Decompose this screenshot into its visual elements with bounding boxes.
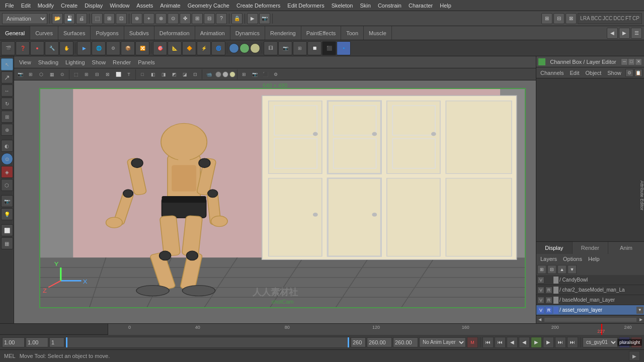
tab-animation[interactable]: Animation [195,26,230,40]
tool-lasso[interactable]: ↗ [1,71,13,83]
shelf-icon-film[interactable]: 🎞 [264,41,278,55]
tab-general[interactable]: General [0,26,30,40]
shelf-menu[interactable]: ☰ [631,28,642,39]
panel-pin-btn[interactable] [538,58,545,65]
vpi-cam2[interactable]: 📷 [250,69,260,79]
vpi-hud[interactable]: ⊟ [92,69,102,79]
layer-name-3[interactable]: / asset_room_layer [559,307,635,313]
pb-start-frame[interactable] [2,337,25,347]
shelf-icon-layout[interactable]: 🔲 [307,41,321,55]
layer-r-3[interactable]: R [545,307,552,314]
pb-prev-key[interactable]: ⏮ [495,337,506,348]
ly-menu-help[interactable]: Help [586,255,602,262]
vpi-wire[interactable]: □ [137,69,147,79]
tool-scale[interactable]: ⊞ [1,111,13,123]
menu-skin[interactable]: Skin [357,2,373,10]
ch-menu-channels[interactable]: Channels [538,69,566,77]
ch-menu-show[interactable]: Show [605,69,623,77]
shelf-icon-3[interactable]: 🔧 [45,41,59,55]
pb-frame-number[interactable] [49,337,64,347]
shelf-icon-13[interactable]: ⚡ [197,41,211,55]
pb-play-back[interactable]: ◀ [519,337,530,348]
layer-v-3[interactable]: V [537,307,544,314]
layer-expand-3[interactable]: ▼ [636,307,643,314]
ch-menu-object[interactable]: Object [583,69,603,77]
tb-snap-edge[interactable]: ⊞ [192,13,203,24]
layer-name-0[interactable]: / CandyBowl [559,277,643,283]
pb-end-preview[interactable] [351,337,366,347]
panel-min-btn[interactable]: ─ [621,58,628,65]
timeline-ruler[interactable]: 0 40 80 120 160 200 240 227 [108,324,644,335]
vp-menu-view[interactable]: View [16,58,34,66]
menu-assets[interactable]: Assets [133,2,156,10]
ly-new[interactable]: ⊞ [537,265,546,274]
ch-attr-editor[interactable]: 📋 [634,69,642,77]
tb-select[interactable]: ⬚ [92,13,103,24]
shelf-icon-sphere3[interactable] [250,43,260,53]
vp-menu-show[interactable]: Show [89,58,109,66]
mode-dropdown[interactable]: Animation [2,13,47,24]
vpi-hud2[interactable]: ⊞ [239,69,249,79]
shelf-icon-9[interactable]: 🔀 [135,41,149,55]
vpi-light[interactable]: ◩ [169,69,179,79]
tab-muscle[interactable]: Muscle [364,26,392,40]
shelf-prev[interactable]: ◀ [607,28,618,39]
pb-total-end[interactable] [393,337,418,347]
tab-painteffects[interactable]: PaintEffects [301,26,342,40]
menu-geometry-cache[interactable]: Geometry Cache [185,2,232,10]
menu-edit-deformers[interactable]: Edit Deformers [284,2,327,10]
shelf-icon-sphere[interactable] [229,43,239,53]
vpi-xray[interactable]: ⊡ [190,69,200,79]
shelf-icon-12[interactable]: 🔶 [182,41,196,55]
tab-deformation[interactable]: Deformation [154,26,195,40]
tab-subdivs[interactable]: Subdivs [124,26,154,40]
vpi-textured[interactable]: ◨ [158,69,169,79]
layer-r-2[interactable]: R [545,297,552,304]
menu-file[interactable]: File [2,2,17,10]
pb-skip-start[interactable]: ⏮ [482,337,494,348]
vpi-frame[interactable]: ⬚ [71,69,81,79]
menu-window[interactable]: Window [107,2,132,10]
ly-move-up[interactable]: ▲ [557,265,567,274]
panel-close-btn[interactable]: ✕ [635,58,642,65]
pb-current-frame-field[interactable] [26,337,48,347]
ch-menu-edit[interactable]: Edit [568,69,581,77]
tool-show-manip[interactable]: ⊕ [1,124,13,136]
tb-snap-grid[interactable]: ⊕ [131,13,142,24]
tb-snap-live[interactable]: ✤ [180,13,191,24]
tb-open[interactable]: 📂 [52,13,63,24]
vpi-res[interactable]: T [124,69,134,79]
vpi-shaded[interactable]: ◧ [148,69,158,79]
menu-constrain[interactable]: Constrain [375,2,405,10]
pb-anim-layer[interactable]: No Anim Layer [419,337,466,347]
tb-snap-point[interactable]: ⊗ [155,13,167,24]
tab-toon[interactable]: Toon [341,26,364,40]
layer-tab-render[interactable]: Render [573,242,609,254]
tool-grid-s[interactable]: ▦ [1,237,13,249]
tool-sphere[interactable]: ⊙ [1,153,13,165]
shelf-icon-6[interactable]: 🌐 [92,41,106,55]
shelf-icon-2[interactable]: ● [30,41,44,55]
menu-help[interactable]: Help [437,2,454,10]
layer-r-1[interactable]: R [545,287,552,294]
layer-tab-anim[interactable]: Anim [608,242,644,254]
layer-v-2[interactable]: V [537,297,544,304]
ly-delete[interactable]: ⊟ [547,265,556,274]
ly-menu-options[interactable]: Options [561,255,584,262]
menu-edit[interactable]: Edit [18,2,34,10]
pb-next-key[interactable]: ⏭ [555,337,566,348]
ch-icons[interactable]: ⚙ [625,69,633,77]
menu-create-deformers[interactable]: Create Deformers [233,2,283,10]
pb-end-frame[interactable] [367,337,392,347]
layer-name-1[interactable]: / char2_:baseModel_man_La [559,287,643,293]
shelf-icon-0[interactable]: 🎬 [1,41,15,55]
tool-soft-sel[interactable]: ◐ [1,140,13,152]
tb-lock[interactable]: 🔒 [231,13,243,24]
tb-layout1[interactable]: ⊞ [541,13,552,24]
status-expand-btn[interactable]: ▶ [629,351,640,361]
pb-skip-end[interactable]: ⏭ [567,337,578,348]
vpi-cam-icon[interactable]: 📹 [204,69,214,79]
tb-cam[interactable]: 📷 [259,13,270,24]
tool-camera[interactable]: 📷 [1,195,13,207]
shelf-icon-14[interactable]: 🌀 [211,41,225,55]
